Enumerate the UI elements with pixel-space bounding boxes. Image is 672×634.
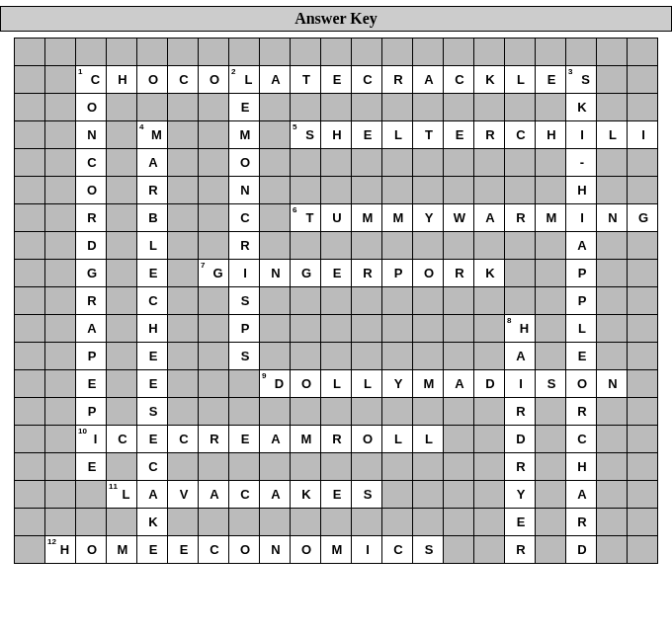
letter-cell: 9D xyxy=(260,370,291,398)
blocked-cell xyxy=(199,287,229,315)
letter-cell: H xyxy=(321,121,352,149)
cell-letter: O xyxy=(137,66,167,93)
blocked-cell xyxy=(260,232,291,260)
letter-cell: R xyxy=(76,204,107,232)
blocked-cell xyxy=(597,66,628,94)
cell-letter: N xyxy=(260,260,290,286)
letter-cell: A xyxy=(260,426,291,453)
cell-letter: O xyxy=(566,370,596,397)
letter-cell: M xyxy=(291,426,321,453)
blocked-cell xyxy=(321,287,352,315)
cell-letter: L xyxy=(413,426,443,452)
letter-cell: 2L xyxy=(229,66,260,94)
cell-letter: S xyxy=(137,398,167,425)
blocked-cell xyxy=(444,509,474,536)
blocked-cell xyxy=(536,453,566,481)
blocked-cell xyxy=(536,343,566,370)
blocked-cell xyxy=(107,39,137,66)
blocked-cell xyxy=(444,39,474,66)
blocked-cell xyxy=(536,536,566,564)
blocked-cell xyxy=(260,343,291,370)
letter-cell: O xyxy=(76,94,107,121)
letter-cell: B xyxy=(137,204,168,232)
page-title: Answer Key xyxy=(0,6,672,32)
blocked-cell xyxy=(15,204,45,232)
blocked-cell xyxy=(505,94,536,121)
letter-cell: A xyxy=(137,481,168,509)
blocked-cell xyxy=(597,426,628,453)
letter-cell: P xyxy=(76,398,107,426)
letter-cell: R xyxy=(505,536,536,564)
blocked-cell xyxy=(45,509,76,536)
cell-letter: V xyxy=(168,481,198,508)
blocked-cell xyxy=(260,39,291,66)
cell-letter: E xyxy=(536,66,565,93)
cell-letter: H xyxy=(536,121,565,148)
cell-letter: G xyxy=(628,204,657,231)
cell-letter: R xyxy=(352,260,381,286)
letter-cell: R xyxy=(229,232,260,260)
letter-cell: A xyxy=(199,481,229,509)
cell-letter: R xyxy=(444,260,473,286)
blocked-cell xyxy=(107,94,137,121)
blocked-cell xyxy=(291,453,321,481)
cell-letter: O xyxy=(76,536,106,563)
blocked-cell xyxy=(628,481,658,509)
letter-cell: C xyxy=(566,426,597,453)
cell-letter: P xyxy=(566,260,596,286)
letter-cell: S xyxy=(352,481,382,509)
blocked-cell xyxy=(413,509,444,536)
blocked-cell xyxy=(15,453,45,481)
cell-letter: A xyxy=(137,481,167,508)
cell-letter: A xyxy=(444,370,473,397)
blocked-cell xyxy=(107,315,137,343)
letter-cell: M xyxy=(321,536,352,564)
blocked-cell xyxy=(199,94,229,121)
cell-letter: R xyxy=(566,398,596,425)
blocked-cell xyxy=(291,287,321,315)
letter-cell: E xyxy=(536,66,566,94)
cell-letter: A xyxy=(413,66,443,93)
letter-cell: M xyxy=(413,370,444,398)
blocked-cell xyxy=(444,315,474,343)
blocked-cell xyxy=(474,39,505,66)
blocked-cell xyxy=(352,177,382,204)
cell-letter: U xyxy=(321,204,351,231)
blocked-cell xyxy=(474,343,505,370)
blocked-cell xyxy=(45,453,76,481)
cell-letter: T xyxy=(291,66,320,93)
cell-letter: H xyxy=(137,315,167,342)
blocked-cell xyxy=(474,287,505,315)
letter-cell: E xyxy=(168,536,199,564)
cell-letter: - xyxy=(566,149,596,176)
blocked-cell xyxy=(413,94,444,121)
blocked-cell xyxy=(444,481,474,509)
letter-cell: M xyxy=(536,204,566,232)
letter-cell: A xyxy=(566,481,597,509)
blocked-cell xyxy=(352,453,382,481)
letter-cell: R xyxy=(321,426,352,453)
cell-letter: L xyxy=(382,121,412,148)
letter-cell: R xyxy=(199,426,229,453)
letter-cell: K xyxy=(291,481,321,509)
cell-letter: C xyxy=(168,426,198,452)
blocked-cell xyxy=(15,149,45,177)
cell-letter: K xyxy=(474,260,504,286)
cell-letter: Y xyxy=(413,204,443,231)
letter-cell: E xyxy=(321,260,352,287)
letter-cell: D xyxy=(76,232,107,260)
letter-cell: A xyxy=(137,149,168,177)
blocked-cell xyxy=(45,343,76,370)
cell-letter: O xyxy=(76,94,106,120)
cell-letter: S xyxy=(352,481,381,508)
blocked-cell xyxy=(597,315,628,343)
letter-cell: R xyxy=(382,66,413,94)
cell-letter: C xyxy=(229,204,259,231)
letter-cell: A xyxy=(76,315,107,343)
letter-cell: N xyxy=(260,260,291,287)
letter-cell: D xyxy=(474,370,505,398)
letter-cell: I xyxy=(352,536,382,564)
blocked-cell xyxy=(505,39,536,66)
cell-letter: K xyxy=(474,66,504,93)
clue-number: 9 xyxy=(262,371,266,380)
